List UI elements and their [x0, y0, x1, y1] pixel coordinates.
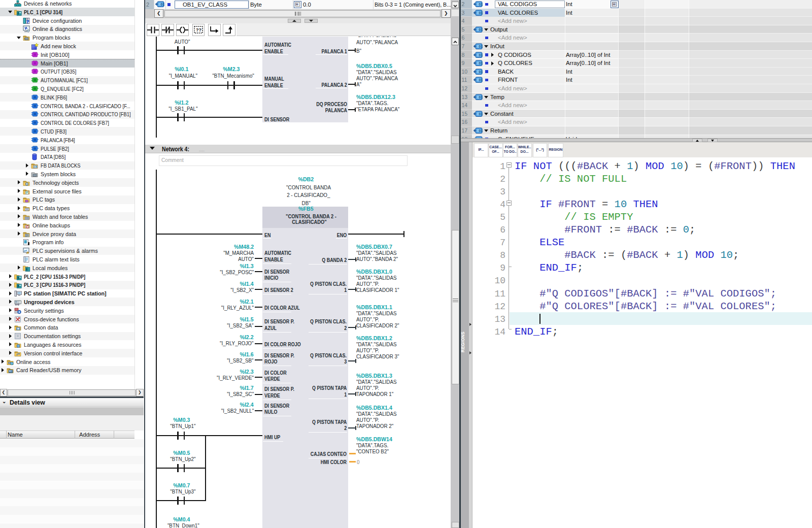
- svg-text:01: 01: [479, 112, 483, 116]
- svg-text:01: 01: [479, 3, 483, 6]
- svg-text:01: 01: [479, 61, 483, 65]
- svg-text:01: 01: [479, 95, 483, 99]
- svg-text:01: 01: [479, 70, 483, 74]
- svg-text:01: 01: [479, 78, 483, 82]
- svg-text:01: 01: [479, 45, 483, 48]
- svg-text:01: 01: [479, 53, 483, 57]
- svg-text:01: 01: [161, 3, 165, 6]
- svg-text:01: 01: [479, 129, 483, 133]
- svg-text:01: 01: [479, 11, 483, 15]
- svg-text:01: 01: [479, 28, 483, 31]
- svg-text:??: ??: [196, 27, 201, 32]
